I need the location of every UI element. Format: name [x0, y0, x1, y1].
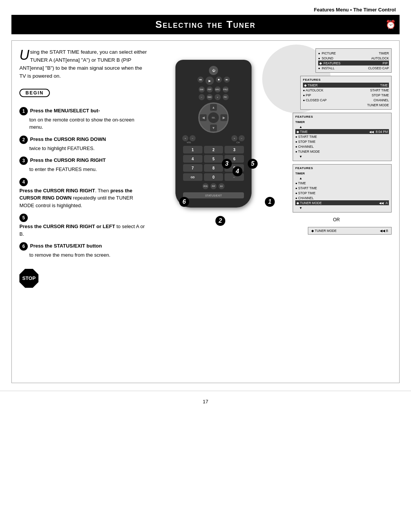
rewind-button[interactable]: ⏮: [198, 77, 204, 83]
step-3-number: 3: [19, 157, 28, 165]
left-column: U sing the START TIME feature, you can s…: [19, 48, 149, 375]
step-6-body: to remove the menu from the screen.: [19, 251, 149, 259]
step-1-bold: Press the MENU/SELECT but-: [30, 107, 100, 115]
picture-button[interactable]: PIC: [223, 94, 229, 100]
features-closedcap: ● CLOSED CAP CHANNEL: [303, 97, 389, 102]
status-exit-bar[interactable]: STATUS/EXIT: [183, 192, 244, 198]
vol-ch-row: + − VOL + − CH: [182, 135, 245, 144]
step-2: 2 Press the CURSOR RING DOWN twice to hi…: [19, 136, 149, 152]
vol-minus[interactable]: −: [190, 135, 196, 141]
cursor-down[interactable]: ▼: [210, 125, 217, 131]
main-content: U sing the START TIME feature, you can s…: [11, 40, 400, 383]
features-timer: ◆ TIMER TIME: [303, 83, 389, 88]
begin-badge: BEGIN: [19, 89, 50, 97]
step-2-body: twice to highlight FEATURES.: [19, 145, 149, 152]
ffwd-button[interactable]: ⏭: [224, 77, 230, 83]
num-1[interactable]: 1: [183, 146, 202, 153]
vol-plus[interactable]: +: [182, 135, 188, 141]
menu-install: ● INSTALL CLOSED CAP: [318, 66, 389, 70]
features-title: FEATURES: [303, 78, 389, 81]
step-5-overlay: 5: [248, 159, 258, 169]
page-number: 17: [0, 391, 411, 412]
timer-title-2: FEATURES: [295, 166, 389, 170]
step-4-number: 4: [19, 178, 28, 186]
power-row: ⏻: [179, 66, 248, 75]
source-button[interactable]: SRC: [215, 86, 221, 93]
step-5-number: 5: [19, 214, 28, 222]
dpad: ▲ ▼ ◀ ▶ SEL: [198, 102, 229, 133]
power-button[interactable]: ⏻: [209, 66, 218, 75]
or-separator: OR: [281, 217, 392, 222]
begin-section: BEGIN: [19, 86, 149, 102]
ch-minus[interactable]: −: [239, 135, 245, 141]
num-0[interactable]: 0: [204, 173, 223, 181]
timer-stoptime: ● STOP TIME: [295, 139, 389, 144]
step-5-bold: Press the CURSOR RING RIGHT or LEFT to s…: [19, 223, 149, 238]
position-button[interactable]: POS: [202, 183, 209, 189]
step-1-overlay: 1: [265, 197, 275, 207]
select-button[interactable]: SEL: [208, 112, 219, 123]
menu-sound: ● SOUND AUTOLOCK: [318, 56, 389, 61]
sound-button[interactable]: SND: [207, 94, 213, 100]
num-5[interactable]: 5: [204, 155, 223, 163]
drop-letter: U: [19, 50, 29, 61]
timer-up-2: ▲: [295, 176, 389, 181]
transport-row: ⏮ ▶ ⏹ ⏭: [179, 77, 248, 85]
cursor-right[interactable]: ▶: [220, 114, 227, 121]
timer-tunermode-1: ● TUNER MODE: [295, 149, 389, 154]
timer-title-1: FEATURES: [295, 115, 389, 118]
freeze-button[interactable]: FRZ: [223, 86, 229, 93]
stop-button[interactable]: ⏹: [216, 77, 222, 83]
step-3: 3 Press the CURSOR RING RIGHT to enter t…: [19, 157, 149, 173]
vol-section: + − VOL: [182, 135, 196, 144]
right-column: ⏻ ⏮ ▶ ⏹ ⏭ SW PIP SRC FRZ −: [156, 48, 392, 375]
vol-label: VOL: [182, 141, 196, 144]
cursor-up[interactable]: ▲: [210, 104, 217, 111]
step-3-body: to enter the FEATURES menu.: [19, 166, 149, 173]
timer-down-arrow-1: ▼: [295, 154, 389, 159]
screen-panels: ● PICTURE TIMER ● SOUND AUTOLOCK ◆ FEATU…: [281, 48, 392, 235]
num-2[interactable]: 2: [204, 146, 223, 153]
features-pip: ● PIP STOP TIME: [303, 93, 389, 97]
step-3-overlay: 3: [222, 159, 232, 169]
num-3[interactable]: 3: [225, 146, 244, 153]
sound-minus[interactable]: −: [199, 94, 205, 100]
step-4-overlay: 4: [233, 166, 242, 176]
ch-plus[interactable]: +: [231, 135, 237, 141]
play-button[interactable]: ▶: [206, 77, 214, 85]
intro-text: sing the START TIME feature, you can sel…: [19, 49, 147, 79]
title-bar: Selecting the Tuner ⏰: [11, 15, 400, 34]
features-autolock: ● AUTOLOCK START TIME: [303, 88, 389, 93]
remote-body: ⏻ ⏮ ▶ ⏹ ⏭ SW PIP SRC FRZ −: [175, 60, 252, 208]
step-4: 4 Press the CURSOR RING RIGHT. Then pres…: [19, 178, 149, 209]
ta-tunermode: ◆ TUNER MODE ◀◀ A: [295, 200, 389, 205]
sound-plus[interactable]: +: [215, 94, 221, 100]
num-8[interactable]: 8: [204, 164, 223, 172]
num-4[interactable]: 4: [183, 155, 202, 163]
step-1: 1 Press the MENU/SELECT but- ton on the …: [19, 107, 149, 131]
function-row: SW PIP SRC FRZ: [179, 86, 248, 93]
ch-label: CH: [231, 141, 245, 144]
tuner-b-panel: ◆ TUNER MODE ◀◀ B: [308, 227, 392, 235]
step-2-number: 2: [19, 136, 28, 144]
step-6-bold: Press the STATUS/EXIT button: [30, 242, 102, 250]
pip-button[interactable]: PIP: [210, 183, 217, 189]
step-6-number: 6: [19, 242, 28, 251]
ta-time: ● TIME: [295, 181, 389, 185]
stop-badge: STOP: [19, 269, 38, 288]
sound-row: − SND + PIC: [179, 94, 248, 100]
timer-up-arrow: ▲: [295, 124, 389, 129]
extra-button[interactable]: EX: [218, 183, 225, 189]
cursor-left[interactable]: ◀: [200, 114, 207, 121]
pip-on-button[interactable]: PIP: [207, 86, 213, 93]
step-6-overlay: 6: [179, 197, 189, 207]
num-7[interactable]: 7: [183, 164, 202, 172]
ta-channel: ● CHANNEL: [295, 195, 389, 200]
step-5: 5 Press the CURSOR RING RIGHT or LEFT to…: [19, 214, 149, 238]
swap-button[interactable]: SW: [199, 86, 205, 93]
clock-icon: ⏰: [386, 20, 396, 30]
page-title: Selecting the Tuner: [11, 19, 400, 30]
ch-section: + − CH: [231, 135, 245, 144]
intro-paragraph: U sing the START TIME feature, you can s…: [19, 48, 149, 80]
num-guide[interactable]: GD: [183, 173, 202, 181]
